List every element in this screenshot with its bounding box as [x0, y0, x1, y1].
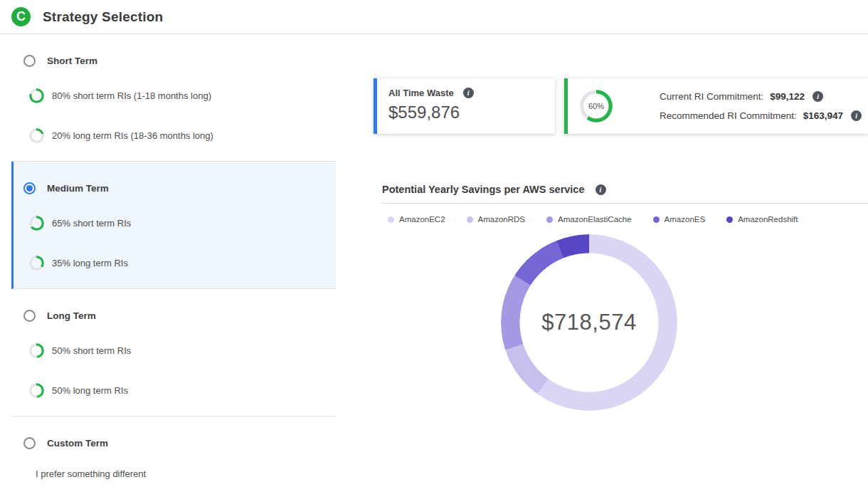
info-icon[interactable]: i — [813, 91, 823, 102]
legend-dot-icon — [653, 216, 660, 223]
gauge-percent-label: 60% — [580, 90, 613, 122]
strategy-group-short-term[interactable]: Short Term 80% short term RIs (1-18 mont… — [11, 34, 336, 162]
recommended-commitment-label: Recommended RI Commitment: — [660, 110, 797, 121]
waste-card-value: $559,876 — [388, 103, 544, 122]
strategy-label: Short Term — [47, 56, 97, 66]
legend-item-amazones[interactable]: AmazonES — [653, 215, 706, 224]
divider — [382, 203, 868, 204]
legend-label: AmazonRedshift — [738, 215, 798, 224]
all-time-waste-card: All Time Waste i $559,876 — [374, 78, 555, 134]
ri-commitment-card: 60% Current RI Commitment: $99,122 i Rec… — [564, 78, 868, 134]
radio-row: Custom Term — [23, 437, 336, 449]
progress-ring-icon — [29, 343, 44, 358]
progress-ring-icon — [29, 88, 44, 103]
short-term-radio[interactable] — [23, 55, 36, 67]
custom-term-radio[interactable] — [23, 437, 36, 449]
medium-term-radio[interactable] — [23, 182, 36, 194]
info-icon[interactable]: i — [463, 88, 474, 98]
recommended-commitment-value: $163,947 — [803, 110, 843, 121]
page-title: Strategy Selection — [43, 9, 163, 25]
page-header: C Strategy Selection — [0, 0, 868, 34]
radio-row: Short Term — [23, 55, 336, 67]
legend-dot-icon — [726, 216, 733, 223]
legend-item-amazonrds[interactable]: AmazonRDS — [467, 215, 525, 224]
progress-ring-icon — [29, 128, 44, 143]
legend-label: AmazonES — [665, 215, 706, 224]
strategy-label: Long Term — [47, 310, 96, 321]
radio-row: Medium Term — [23, 182, 336, 194]
legend-dot-icon — [388, 216, 394, 223]
strategy-option: 50% short term RIs — [29, 343, 336, 358]
legend-label: AmazonEC2 — [399, 215, 445, 224]
strategy-group-custom-term[interactable]: Custom Term I prefer something different — [11, 417, 336, 492]
strategy-option: 50% long term RIs — [29, 383, 336, 398]
strategy-option: 35% long term RIs — [29, 256, 336, 271]
progress-ring-icon — [29, 383, 44, 398]
strategy-group-long-term[interactable]: Long Term 50% short term RIs 50% long te… — [11, 289, 336, 417]
legend-label: AmazonRDS — [478, 215, 525, 224]
strategy-option: 80% short term RIs (1-18 months long) — [29, 88, 336, 103]
current-commitment-value: $99,122 — [770, 91, 805, 102]
progress-ring-icon — [29, 256, 44, 271]
summary-cards: All Time Waste i $559,876 60% Current RI… — [374, 78, 868, 134]
info-icon[interactable]: i — [596, 184, 606, 195]
legend-item-amazonelasticache[interactable]: AmazonElastiCache — [546, 215, 632, 224]
long-term-radio[interactable] — [23, 310, 36, 322]
option-label: 80% short term RIs (1-18 months long) — [52, 90, 211, 101]
waste-card-title: All Time Waste — [388, 88, 454, 98]
current-commitment-label: Current RI Commitment: — [660, 91, 763, 102]
legend-dot-icon — [467, 216, 473, 223]
strategy-option: 65% short term RIs — [29, 216, 336, 231]
strategy-label: Medium Term — [47, 183, 109, 194]
commitment-gauge: 60% — [580, 90, 613, 122]
savings-donut: $718,574 — [501, 234, 677, 411]
current-commitment-row: Current RI Commitment: $99,122 i — [660, 91, 862, 102]
strategy-group-medium-term[interactable]: Medium Term 65% short term RIs 35% long … — [11, 162, 336, 289]
custom-term-description: I prefer something different — [36, 469, 336, 479]
strategy-option: 20% long term RIs (18-36 months long) — [29, 128, 336, 143]
donut-center-value: $718,574 — [501, 234, 677, 411]
progress-ring-icon — [29, 216, 44, 231]
legend-item-amazonredshift[interactable]: AmazonRedshift — [726, 215, 798, 224]
recommended-commitment-row: Recommended RI Commitment: $163,947 i — [660, 110, 862, 121]
option-label: 50% long term RIs — [52, 385, 128, 396]
chart-legend: AmazonEC2 AmazonRDS AmazonElastiCache Am… — [388, 215, 798, 224]
option-label: 20% long term RIs (18-36 months long) — [52, 130, 213, 141]
chart-title: Potential Yearly Savings per AWS service — [382, 184, 585, 195]
option-label: 35% long term RIs — [52, 258, 128, 268]
info-icon[interactable]: i — [851, 110, 862, 121]
strategy-selection-page: C Strategy Selection Short Term 80% shor… — [0, 0, 868, 492]
legend-item-amazonec2[interactable]: AmazonEC2 — [388, 215, 445, 224]
strategy-list: Short Term 80% short term RIs (1-18 mont… — [0, 34, 336, 492]
main-panel: All Time Waste i $559,876 60% Current RI… — [336, 34, 868, 492]
option-label: 50% short term RIs — [52, 345, 131, 356]
cloudcheckr-logo-icon: C — [11, 7, 31, 26]
legend-label: AmazonElastiCache — [558, 215, 632, 224]
chart-header: Potential Yearly Savings per AWS service… — [382, 184, 606, 195]
strategy-label: Custom Term — [47, 438, 108, 449]
radio-row: Long Term — [23, 310, 336, 322]
option-label: 65% short term RIs — [52, 218, 131, 229]
legend-dot-icon — [546, 216, 553, 223]
